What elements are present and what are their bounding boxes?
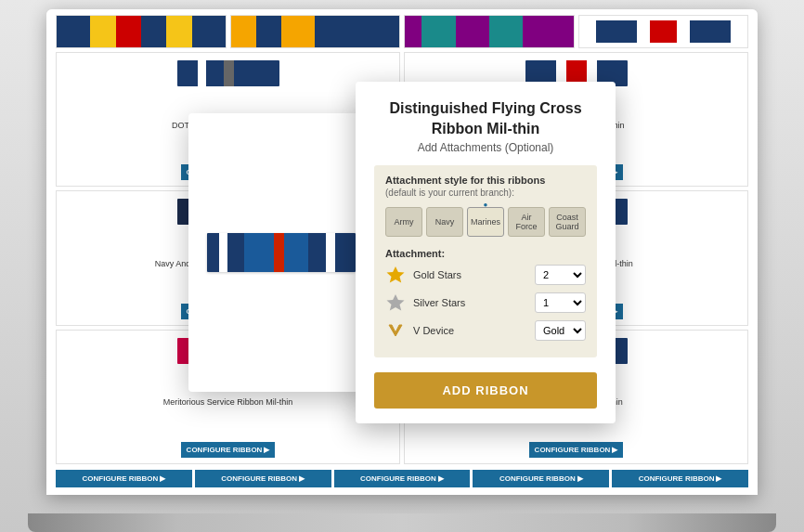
add-ribbon-button[interactable]: ADD RIBBON — [374, 372, 597, 409]
laptop-background: DOT Guardian Ribbon Mil-thin CONFIGURE R… — [0, 0, 804, 532]
modal-overlay: Distinguished Flying Cross Ribbon Mil-th… — [46, 9, 758, 495]
v-device-select[interactable]: Gold Silver None — [535, 320, 586, 341]
svg-marker-2 — [389, 325, 402, 336]
browser-window: DOT Guardian Ribbon Mil-thin CONFIGURE R… — [46, 9, 758, 495]
gold-star-icon — [385, 265, 406, 285]
attachment-style-label: Attachment style for this ribbons — [385, 175, 586, 186]
ribbon-preview-card — [188, 113, 374, 392]
gold-stars-select[interactable]: 1 2 3 4 — [535, 265, 586, 285]
gold-stars-label: Gold Stars — [413, 269, 527, 280]
branch-btn-airforce[interactable]: Air Force — [508, 207, 545, 237]
svg-marker-1 — [387, 294, 405, 311]
branch-buttons: Army Navy Marines Air Force Coast Guard — [385, 207, 586, 237]
branch-btn-navy[interactable]: Navy — [426, 207, 463, 237]
v-device-label: V Device — [413, 325, 527, 336]
silver-stars-label: Silver Stars — [413, 297, 527, 308]
v-device-icon — [385, 320, 406, 341]
attachment-row-silver-stars: Silver Stars 1 2 3 — [385, 292, 586, 313]
dialog-subtitle: Add Attachments (Optional) — [374, 141, 597, 154]
dialog-title-line2: Ribbon Mil-thin — [374, 121, 597, 137]
ribbon-preview-large — [207, 233, 356, 272]
branch-btn-marines[interactable]: Marines — [467, 207, 504, 237]
attachment-header: Attachment: — [385, 248, 586, 259]
dialog-title-line1: Distinguished Flying Cross — [374, 100, 597, 117]
attachment-style-sublabel: (default is your current branch): — [385, 188, 586, 198]
silver-star-icon — [385, 292, 406, 313]
configure-dialog: Distinguished Flying Cross Ribbon Mil-th… — [356, 82, 616, 423]
laptop-base — [28, 513, 776, 532]
svg-marker-0 — [387, 266, 405, 283]
attachment-row-gold-stars: Gold Stars 1 2 3 4 — [385, 265, 586, 285]
attachment-section: Attachment style for this ribbons (defau… — [374, 165, 597, 357]
silver-stars-select[interactable]: 1 2 3 — [535, 292, 586, 313]
branch-btn-coastguard[interactable]: Coast Guard — [549, 207, 586, 237]
branch-btn-army[interactable]: Army — [385, 207, 422, 237]
attachment-row-v-device: V Device Gold Silver None — [385, 320, 586, 341]
